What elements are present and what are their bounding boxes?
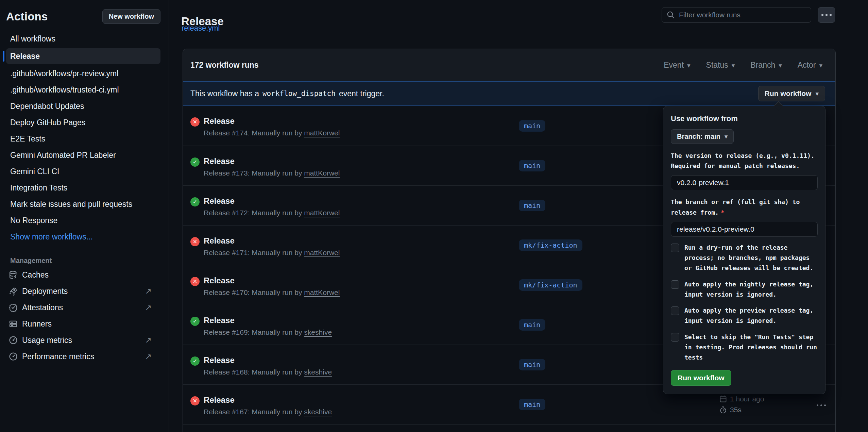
main-content: Release release.yml 172 workflow runs Ev… [169,0,868,432]
sidebar-item-performance-metrics[interactable]: Performance metrics ↗ [6,348,160,365]
run-workflow-submit-button[interactable]: Run workflow [671,370,731,386]
workflow-file-link[interactable]: release.yml [182,24,220,33]
sidebar-workflow-item[interactable]: Gemini Automated PR Labeler [6,147,160,163]
actor-link[interactable]: mattKorwel [304,288,340,296]
run-title[interactable]: Release [204,316,332,325]
actor-link[interactable]: skeshive [304,328,332,336]
sidebar-item-deployments[interactable]: Deployments ↗ [6,283,160,299]
sidebar-item-attestations[interactable]: Attestations ↗ [6,299,160,316]
search-input[interactable] [678,11,806,19]
runs-count: 172 workflow runs [190,61,259,70]
filter-runs-searchbox [662,7,811,23]
meter-icon [9,336,18,345]
sidebar-workflow-item[interactable]: Release [6,48,160,64]
new-workflow-button[interactable]: New workflow [102,9,160,24]
run-status-icon [190,237,200,246]
run-title[interactable]: Release [204,395,332,405]
ref-input[interactable] [671,222,818,237]
chevron-down-icon [815,89,819,98]
dry-run-checkbox[interactable] [671,244,679,252]
run-title[interactable]: Release [204,276,340,285]
branch-chip[interactable]: mk/fix-action [519,239,582,251]
branch-chip[interactable]: main [519,359,545,370]
runs-list-header: 172 workflow runs Event Status [183,49,835,81]
chevron-down-icon [732,61,735,70]
sidebar-workflow-item[interactable]: E2E Tests [6,131,160,147]
nightly-checkbox-group: Auto apply the nightly release tag, inpu… [671,279,818,300]
show-more-workflows-link[interactable]: Show more workflows... [6,229,160,245]
external-link-icon: ↗ [145,287,152,296]
actor-link[interactable]: mattKorwel [304,129,340,137]
actor-link[interactable]: mattKorwel [304,249,340,256]
run-title[interactable]: Release [204,236,340,246]
run-title[interactable]: Release [204,156,340,166]
branch-select-button[interactable]: Branch: main [671,129,734,144]
filter-dropdown[interactable]: Status [706,61,735,70]
management-section-label: Management [10,257,160,265]
required-marker: * [721,209,725,216]
preview-checkbox-group: Auto apply the preview release tag, inpu… [671,305,818,326]
run-description: Release #168: Manually run by skeshive [204,368,332,376]
branch-chip[interactable]: main [519,160,545,171]
sidebar-workflow-item[interactable]: No Response [6,212,160,229]
run-status-icon [190,356,200,366]
rocket-icon [9,287,18,296]
sidebar-workflow-item[interactable]: All workflows [6,31,160,47]
skip-tests-checkbox[interactable] [671,333,679,342]
run-description: Release #170: Manually run by mattKorwel [204,288,340,297]
sidebar-workflow-item[interactable]: Dependabot Updates [6,98,160,114]
run-workflow-dropdown-button[interactable]: Run workflow [758,86,825,101]
actor-link[interactable]: skeshive [304,408,332,416]
run-status-icon [190,117,200,127]
actions-sidebar: Actions New workflow All workflows Relea… [0,0,169,432]
ref-field-label: The branch or ref (full git sha) to rele… [671,197,818,217]
branch-chip[interactable]: main [519,399,545,410]
run-description: Release #171: Manually run by mattKorwel [204,249,340,257]
run-description: Release #174: Manually run by mattKorwel [204,129,340,137]
external-link-icon: ↗ [145,303,152,312]
preview-checkbox[interactable] [671,306,679,315]
chevron-down-icon [725,133,728,140]
actor-link[interactable]: skeshive [304,368,332,376]
run-status-icon [190,317,200,326]
filter-dropdown[interactable]: Actor [798,61,822,70]
actor-link[interactable]: mattKorwel [304,169,340,177]
filter-dropdown[interactable]: Event [664,61,690,70]
sidebar-workflow-item[interactable]: .github/workflows/trusted-ci.yml [6,82,160,98]
filter-dropdown[interactable]: Branch [750,61,782,70]
run-status-icon [190,197,200,206]
run-title[interactable]: Release [204,116,340,126]
run-options-kebab-button[interactable] [815,400,828,409]
run-description: Release #169: Manually run by skeshive [204,328,332,336]
workflow-nav: All workflows Release .github/workflows/… [6,31,160,229]
run-description: Release #173: Manually run by mattKorwel [204,169,340,177]
run-description: Release #167: Manually run by skeshive [204,408,332,416]
branch-chip[interactable]: main [519,200,545,211]
external-link-icon: ↗ [145,336,152,345]
panel-heading: Use workflow from [671,114,818,123]
branch-chip[interactable]: main [519,120,545,132]
sidebar-item-caches[interactable]: Caches [6,267,160,283]
run-title[interactable]: Release [204,196,340,206]
workflow-options-kebab-button[interactable] [818,7,835,23]
stopwatch-icon [719,406,727,414]
branch-chip[interactable]: main [519,319,545,331]
nightly-checkbox[interactable] [671,280,679,289]
run-status-icon [190,396,200,405]
kebab-icon [817,404,826,406]
run-description: Release #172: Manually run by mattKorwel [204,209,340,217]
sidebar-item-runners[interactable]: Runners [6,316,160,332]
run-title[interactable]: Release [204,355,332,365]
version-input[interactable] [671,175,818,190]
sidebar-workflow-item[interactable]: Mark stale issues and pull requests [6,196,160,212]
sidebar-item-usage-metrics[interactable]: Usage metrics ↗ [6,332,160,348]
dry-run-checkbox-group: Run a dry-run of the release process; no… [671,243,818,273]
branch-chip[interactable]: mk/fix-action [519,279,582,291]
cache-database-icon [9,270,18,279]
search-icon [667,11,675,19]
sidebar-workflow-item[interactable]: .github/workflows/pr-review.yml [6,65,160,82]
actor-link[interactable]: mattKorwel [304,209,340,217]
sidebar-workflow-item[interactable]: Deploy GitHub Pages [6,114,160,131]
sidebar-workflow-item[interactable]: Integration Tests [6,180,160,196]
sidebar-workflow-item[interactable]: Gemini CLI CI [6,163,160,180]
